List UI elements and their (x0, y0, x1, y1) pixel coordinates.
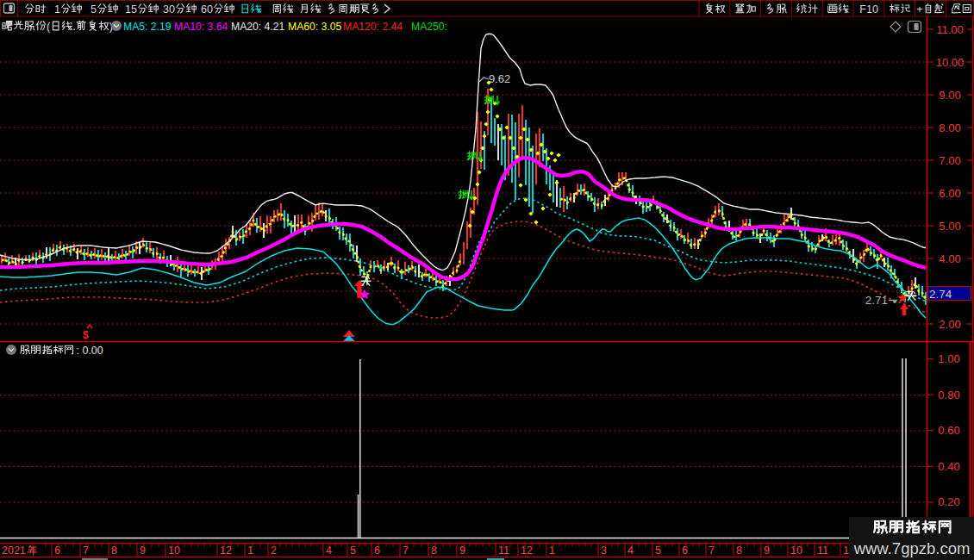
svg-text:2.00: 2.00 (939, 318, 960, 331)
svg-text:0.80: 0.80 (938, 389, 959, 401)
svg-text:11.00: 11.00 (936, 23, 964, 36)
svg-text:8: 8 (736, 544, 742, 557)
svg-text:MA120: 2.44: MA120: 2.44 (343, 21, 403, 33)
svg-text:8.00: 8.00 (939, 121, 960, 134)
svg-text:1: 1 (54, 3, 60, 16)
svg-text:5.00: 5.00 (939, 220, 960, 233)
svg-text:9: 9 (140, 544, 146, 557)
svg-text:0.40: 0.40 (938, 460, 959, 473)
svg-text:$: $ (83, 329, 89, 341)
svg-text:MA10: 3.64: MA10: 3.64 (174, 21, 228, 33)
svg-text:2.74: 2.74 (929, 288, 952, 301)
svg-text:7.00: 7.00 (939, 154, 960, 167)
svg-text:1.00: 1.00 (938, 352, 959, 365)
svg-text:30: 30 (163, 3, 175, 16)
svg-text:9.62: 9.62 (489, 72, 510, 85)
svg-text:11: 11 (498, 544, 509, 557)
svg-text:MA5: 2.19: MA5: 2.19 (123, 21, 172, 33)
svg-text:7: 7 (709, 544, 715, 557)
svg-text:1: 1 (843, 544, 849, 557)
svg-text:6.00: 6.00 (939, 187, 960, 200)
svg-text:5: 5 (655, 544, 661, 557)
svg-text:(: ( (47, 20, 51, 33)
svg-text:12: 12 (521, 544, 533, 557)
svg-text:11: 11 (817, 544, 828, 557)
svg-text:10.00: 10.00 (936, 56, 965, 69)
svg-text:: 0.00: : 0.00 (77, 345, 103, 357)
svg-text:.: . (72, 20, 76, 33)
svg-text:7: 7 (403, 544, 409, 557)
svg-text:0.60: 0.60 (938, 424, 959, 437)
svg-text:2021: 2021 (2, 544, 26, 557)
svg-text:15: 15 (125, 3, 137, 16)
svg-text:6: 6 (54, 544, 60, 557)
svg-text:10: 10 (790, 544, 802, 557)
svg-text:MA20: 4.21: MA20: 4.21 (231, 21, 285, 33)
svg-text:MA60: 3.05: MA60: 3.05 (288, 21, 342, 33)
svg-text:9: 9 (764, 544, 770, 557)
svg-text:4.00: 4.00 (939, 252, 960, 265)
svg-text:F10: F10 (859, 3, 878, 16)
svg-text:12: 12 (220, 544, 232, 557)
svg-text:60: 60 (201, 3, 213, 16)
svg-text:9: 9 (459, 544, 465, 557)
svg-text:8: 8 (111, 544, 117, 557)
svg-text:6: 6 (682, 544, 688, 557)
svg-text:+: + (916, 3, 922, 16)
svg-text:www.7gpzb.com: www.7gpzb.com (853, 539, 971, 557)
svg-text:3: 3 (601, 544, 607, 557)
svg-text:4: 4 (627, 544, 634, 557)
svg-text:5: 5 (91, 3, 97, 16)
svg-text:8: 8 (431, 544, 437, 557)
svg-text:7: 7 (83, 544, 89, 557)
svg-text:MA250:: MA250: (411, 21, 447, 33)
svg-text:9.00: 9.00 (939, 89, 960, 102)
svg-text:2.71: 2.71 (865, 294, 888, 307)
svg-text:6: 6 (374, 544, 380, 557)
svg-text:0.20: 0.20 (938, 495, 959, 508)
svg-text:1: 1 (549, 544, 555, 557)
